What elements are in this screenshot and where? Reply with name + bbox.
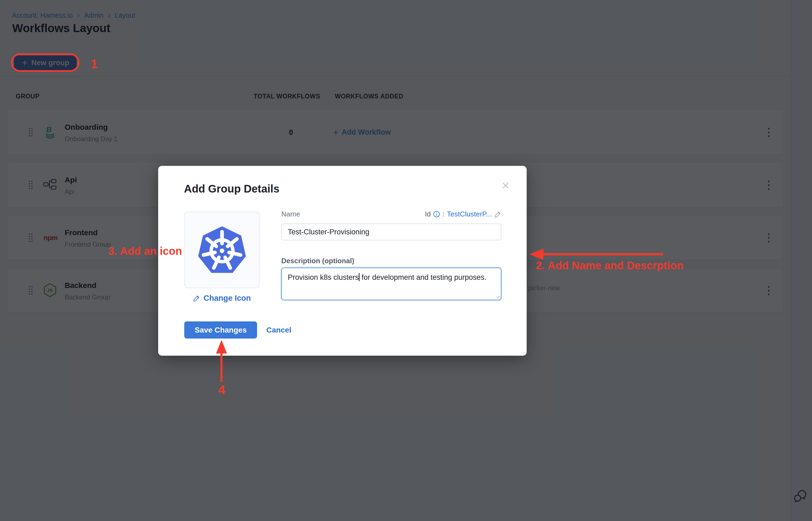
id-label: Id — [425, 210, 431, 218]
change-icon-link[interactable]: Change Icon — [184, 294, 260, 303]
description-textarea[interactable]: Provision k8s clusters for development a… — [281, 268, 501, 300]
add-group-details-modal: Add Group Details — [158, 166, 527, 356]
kubernetes-logo-icon — [195, 223, 249, 277]
description-label: Description (optional) — [281, 257, 354, 265]
close-icon[interactable] — [500, 179, 511, 191]
pencil-icon — [193, 294, 200, 302]
annotation-step-4: 4 — [216, 382, 227, 397]
annotation-step-1: 1 — [91, 56, 98, 71]
id-separator: : — [443, 210, 444, 218]
annotation-arrow-up-icon — [216, 340, 227, 382]
name-label-row: Name Id : TestClusterP... — [281, 210, 501, 218]
name-label: Name — [281, 210, 300, 218]
change-icon-label: Change Icon — [204, 294, 251, 303]
description-text: Provision k8s clusters — [288, 273, 359, 281]
entity-id-group: Id : TestClusterP... — [425, 210, 501, 218]
annotation-step-2: 2. Add Name and Descrption — [536, 259, 684, 272]
edit-id-pencil-icon[interactable] — [494, 211, 501, 218]
annotation-step-3: 3. Add an icon — [108, 245, 182, 257]
name-input[interactable] — [281, 224, 501, 241]
save-changes-button[interactable]: Save Changes — [184, 321, 257, 339]
info-icon[interactable] — [433, 211, 440, 218]
description-text: for development and testing purposes. — [360, 273, 486, 281]
group-icon-preview[interactable] — [184, 211, 260, 288]
app-window: Account: Harness.io Admin Layout Workflo… — [0, 0, 812, 521]
annotation-arrow-left-icon — [529, 249, 663, 260]
modal-title: Add Group Details — [184, 183, 279, 195]
cancel-button[interactable]: Cancel — [266, 321, 291, 339]
id-value-link[interactable]: TestClusterP... — [447, 210, 492, 218]
annotation-highlight-ring — [11, 53, 79, 72]
textarea-resize-grip[interactable] — [495, 294, 500, 298]
